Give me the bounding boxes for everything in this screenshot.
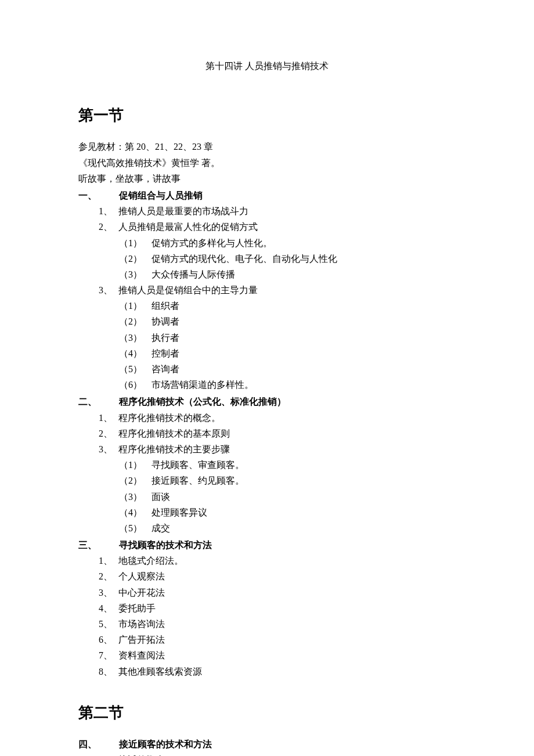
item-num: （3） bbox=[119, 330, 151, 345]
item-num: 3、 bbox=[99, 441, 118, 457]
item-text: 推销人员是促销组合中的主导力量 bbox=[118, 285, 258, 295]
item-num: 1、 bbox=[99, 410, 118, 426]
document-title: 第十四讲 人员推销与推销技术 bbox=[78, 58, 456, 74]
list-item: （1）组织者 bbox=[78, 298, 456, 314]
item-num: （6） bbox=[119, 377, 151, 393]
item-text: 中心开花法 bbox=[118, 588, 165, 597]
list-item: 2、程序化推销技术的基本原则 bbox=[78, 426, 456, 441]
heading-3-num: 三、 bbox=[78, 537, 119, 553]
item-num: （1） bbox=[119, 298, 151, 314]
item-text: 地毯式介绍法。 bbox=[118, 556, 183, 566]
item-num: （3） bbox=[119, 267, 151, 282]
item-text: 面谈 bbox=[151, 492, 170, 502]
section-2-header: 第二节 bbox=[78, 700, 456, 726]
list-item: 2、人员推销是最富人性化的促销方式 bbox=[78, 219, 456, 235]
item-num: 8、 bbox=[99, 664, 118, 679]
item-num: （4） bbox=[119, 505, 151, 520]
item-text: 控制者 bbox=[151, 348, 179, 358]
list-item: 1、接近的概念 bbox=[78, 752, 456, 756]
list-item: 3、程序化推销技术的主要步骤 bbox=[78, 441, 456, 457]
list-item: 1、推销人员是最重要的市场战斗力 bbox=[78, 203, 456, 219]
heading-3: 三、寻找顾客的技术和方法 bbox=[78, 537, 456, 553]
item-num: 6、 bbox=[99, 632, 118, 647]
item-text: 执行者 bbox=[151, 333, 179, 343]
item-num: （1） bbox=[119, 235, 151, 251]
list-item: （5）咨询者 bbox=[78, 361, 456, 377]
item-num: 3、 bbox=[99, 282, 118, 298]
list-item: 3、中心开花法 bbox=[78, 585, 456, 600]
item-text: 程序化推销技术的基本原则 bbox=[118, 429, 230, 438]
item-text: 程序化推销技术的主要步骤 bbox=[118, 444, 230, 454]
item-num: （2） bbox=[119, 314, 151, 329]
heading-4-num: 四、 bbox=[78, 736, 119, 752]
item-num: 1、 bbox=[99, 752, 118, 756]
list-item: （2）促销方式的现代化、电子化、自动化与人性化 bbox=[78, 251, 456, 267]
list-item: （6）市场营销渠道的多样性。 bbox=[78, 377, 456, 393]
item-text: 人员推销是最富人性化的促销方式 bbox=[118, 222, 258, 232]
item-text: 咨询者 bbox=[151, 364, 179, 374]
item-num: （4） bbox=[119, 345, 151, 361]
item-text: 其他准顾客线索资源 bbox=[118, 667, 202, 676]
item-num: （2） bbox=[119, 473, 151, 488]
heading-4: 四、接近顾客的技术和方法 bbox=[78, 736, 456, 752]
intro-line-3: 听故事，坐故事，讲故事 bbox=[78, 171, 456, 186]
item-text: 处理顾客异议 bbox=[151, 507, 207, 517]
item-text: 市场咨询法 bbox=[118, 619, 165, 629]
item-text: 促销方式的多样化与人性化。 bbox=[151, 238, 272, 248]
item-text: 促销方式的现代化、电子化、自动化与人性化 bbox=[151, 254, 337, 264]
item-num: 5、 bbox=[99, 616, 118, 632]
list-item: （2）协调者 bbox=[78, 314, 456, 329]
list-item: （1）寻找顾客、审查顾客。 bbox=[78, 457, 456, 473]
item-text: 接近顾客、约见顾客。 bbox=[151, 476, 244, 485]
heading-2: 二、程序化推销技术（公式化、标准化推销） bbox=[78, 394, 456, 409]
item-num: 3、 bbox=[99, 585, 118, 600]
item-num: 7、 bbox=[99, 647, 118, 663]
item-num: （5） bbox=[119, 520, 151, 536]
item-text: 程序化推销技术的概念。 bbox=[118, 413, 221, 423]
list-item: 8、其他准顾客线索资源 bbox=[78, 664, 456, 679]
heading-2-num: 二、 bbox=[78, 394, 119, 409]
list-item: 3、推销人员是促销组合中的主导力量 bbox=[78, 282, 456, 298]
list-item: 6、广告开拓法 bbox=[78, 632, 456, 647]
item-num: （5） bbox=[119, 361, 151, 377]
item-num: 1、 bbox=[99, 203, 118, 219]
item-text: 委托助手 bbox=[118, 603, 156, 613]
item-num: （2） bbox=[119, 251, 151, 267]
item-text: 资料查阅法 bbox=[118, 650, 165, 660]
heading-1-text: 促销组合与人员推销 bbox=[119, 190, 203, 200]
list-item: （4）控制者 bbox=[78, 345, 456, 361]
item-text: 组织者 bbox=[151, 301, 179, 311]
list-item: 4、委托助手 bbox=[78, 600, 456, 616]
list-item: （4）处理顾客异议 bbox=[78, 505, 456, 520]
heading-1-num: 一、 bbox=[78, 188, 119, 203]
list-item: 7、资料查阅法 bbox=[78, 647, 456, 663]
item-num: （1） bbox=[119, 457, 151, 473]
item-num: 2、 bbox=[99, 219, 118, 235]
item-text: 成交 bbox=[151, 523, 170, 533]
list-item: （2）接近顾客、约见顾客。 bbox=[78, 473, 456, 488]
section-1-header: 第一节 bbox=[78, 103, 456, 128]
item-text: 市场营销渠道的多样性。 bbox=[151, 380, 254, 390]
list-item: 2、个人观察法 bbox=[78, 568, 456, 584]
item-text: 广告开拓法 bbox=[118, 635, 165, 645]
list-item: （1）促销方式的多样化与人性化。 bbox=[78, 235, 456, 251]
item-text: 寻找顾客、审查顾客。 bbox=[151, 460, 244, 470]
item-num: 1、 bbox=[99, 553, 118, 568]
heading-4-text: 接近顾客的技术和方法 bbox=[119, 739, 212, 749]
list-item: （3）执行者 bbox=[78, 330, 456, 345]
item-text: 个人观察法 bbox=[118, 571, 165, 581]
list-item: 1、程序化推销技术的概念。 bbox=[78, 410, 456, 426]
heading-3-text: 寻找顾客的技术和方法 bbox=[119, 540, 212, 550]
list-item: （5）成交 bbox=[78, 520, 456, 536]
item-num: （3） bbox=[119, 489, 151, 505]
item-num: 2、 bbox=[99, 426, 118, 441]
list-item: 5、市场咨询法 bbox=[78, 616, 456, 632]
heading-2-text: 程序化推销技术（公式化、标准化推销） bbox=[119, 397, 286, 406]
item-num: 4、 bbox=[99, 600, 118, 616]
item-text: 大众传播与人际传播 bbox=[151, 269, 235, 279]
item-text: 推销人员是最重要的市场战斗力 bbox=[118, 206, 248, 216]
item-text: 协调者 bbox=[151, 316, 179, 326]
intro-line-2: 《现代高效推销技术》黄恒学 著。 bbox=[78, 155, 456, 171]
list-item: 1、地毯式介绍法。 bbox=[78, 553, 456, 568]
item-num: 2、 bbox=[99, 568, 118, 584]
